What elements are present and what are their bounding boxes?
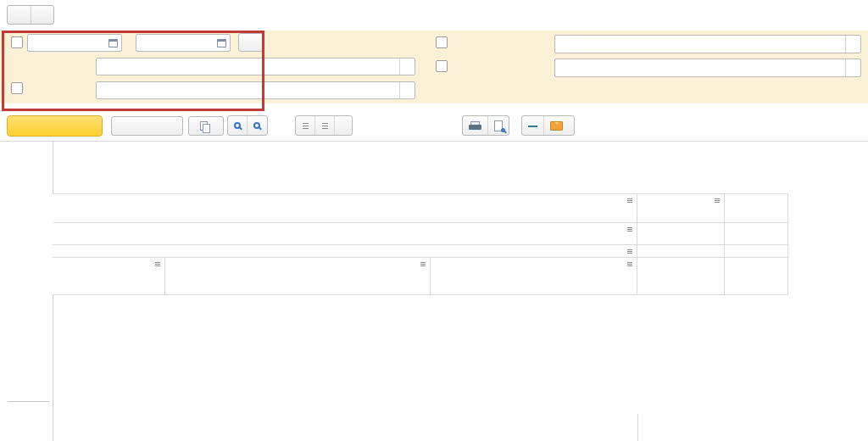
calendar-icon[interactable] — [217, 39, 226, 47]
forward-button[interactable] — [31, 6, 53, 24]
element-checkbox[interactable] — [11, 82, 23, 94]
header-cell-total — [725, 194, 788, 222]
chevron-down-icon[interactable] — [399, 82, 415, 98]
search-button[interactable] — [228, 116, 247, 135]
organization-checkbox[interactable] — [436, 36, 448, 48]
sort-icon[interactable] — [626, 261, 632, 263]
sort-icon[interactable] — [626, 226, 632, 228]
print-button[interactable] — [463, 116, 487, 135]
report-variants-icon — [200, 121, 209, 131]
header-cell-element — [53, 245, 637, 257]
sort-icon[interactable] — [626, 248, 632, 250]
expand-groups-button[interactable] — [314, 116, 334, 135]
print-group — [462, 115, 509, 136]
nav-history-group — [7, 5, 54, 25]
property-checkbox[interactable] — [436, 60, 448, 72]
sheet-top-border — [0, 141, 868, 142]
header-cell-period — [637, 194, 725, 222]
header-cell-empty — [637, 245, 725, 257]
header-cell-sum-june — [637, 223, 725, 244]
calendar-icon[interactable] — [108, 39, 118, 47]
date-from-field[interactable] — [27, 34, 122, 52]
date-to-field[interactable] — [136, 34, 231, 52]
preview-page-icon — [494, 120, 503, 131]
header-cell-empty — [725, 245, 788, 257]
sort-icon[interactable] — [154, 261, 160, 263]
grouping-group — [295, 115, 353, 136]
expand-to-button[interactable] — [334, 116, 352, 135]
collapse-groups-button[interactable] — [296, 116, 314, 135]
search-icon — [253, 122, 260, 129]
periodicity-combo[interactable] — [96, 58, 415, 75]
header-row-property — [53, 223, 788, 245]
header-cell-organization — [53, 194, 637, 222]
search-group — [227, 115, 268, 136]
send-email-button[interactable] — [543, 116, 574, 135]
element-combo[interactable] — [96, 81, 415, 99]
organization-combo[interactable] — [554, 35, 861, 53]
app-window — [0, 0, 868, 441]
column-border-continuation — [637, 414, 638, 441]
search-icon — [234, 122, 241, 129]
find-next-button[interactable] — [247, 116, 267, 135]
save-button[interactable] — [522, 116, 543, 135]
chevron-down-icon[interactable] — [845, 36, 860, 53]
header-cell-work-complex — [53, 258, 165, 294]
header-cell-property — [53, 223, 637, 244]
save-download-icon — [528, 125, 537, 127]
header-cell-sum-total — [725, 223, 788, 244]
printer-icon — [469, 121, 481, 131]
period-checkbox[interactable] — [11, 36, 23, 48]
expand-groups-icon — [321, 123, 328, 129]
chevron-down-icon[interactable] — [399, 59, 415, 75]
sort-icon[interactable] — [626, 198, 632, 199]
header-cell-empty — [725, 258, 788, 294]
header-row-columns — [53, 258, 788, 295]
envelope-icon — [550, 121, 563, 131]
back-button[interactable] — [8, 6, 31, 24]
header-row-element — [53, 245, 788, 258]
header-cell-cost-type — [431, 258, 637, 294]
tree-connector-line — [8, 401, 49, 402]
export-group — [521, 115, 575, 136]
report-variants-button[interactable] — [188, 116, 224, 136]
collapse-groups-icon — [302, 123, 309, 129]
settings-button[interactable] — [111, 116, 183, 136]
header-row-organization — [53, 194, 788, 223]
sort-icon[interactable] — [420, 261, 426, 263]
header-cell-nomenclature — [165, 258, 431, 294]
period-more-button[interactable] — [238, 33, 264, 52]
report-header — [53, 193, 788, 295]
property-combo[interactable] — [554, 59, 861, 77]
generate-report-button[interactable] — [7, 115, 103, 137]
print-preview-button[interactable] — [487, 116, 509, 135]
header-cell-empty — [637, 258, 725, 294]
sort-icon[interactable] — [714, 198, 720, 199]
chevron-down-icon[interactable] — [845, 59, 860, 76]
